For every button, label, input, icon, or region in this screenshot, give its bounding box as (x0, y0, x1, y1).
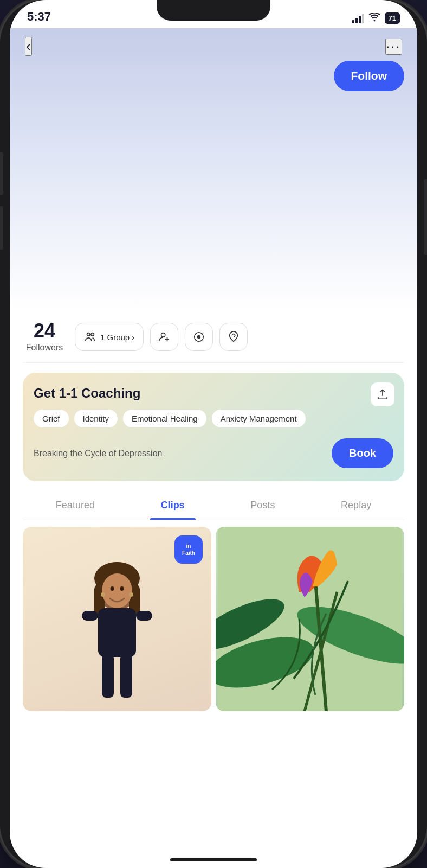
infaith-badge: inFaith (174, 535, 203, 564)
back-button[interactable]: ‹ (25, 37, 32, 56)
message-button[interactable] (185, 323, 213, 351)
tag-grief: Grief (34, 410, 69, 427)
support-icon (228, 331, 240, 343)
status-time: 5:37 (27, 10, 51, 24)
share-icon (377, 388, 389, 400)
tag-anxiety: Anxiety Management (212, 410, 306, 427)
infaith-label: inFaith (182, 542, 195, 557)
battery-icon: 71 (385, 12, 400, 24)
svg-point-2 (161, 333, 165, 337)
nav-row: ‹ ··· (10, 37, 417, 56)
power-button[interactable] (424, 179, 427, 255)
tag-identity: Identity (74, 410, 118, 427)
coaching-share-button[interactable] (371, 382, 394, 406)
coaching-bottom: Breaking the Cycle of Depression Book (34, 438, 393, 468)
followers-stat: 24 Followers (23, 321, 66, 353)
volume-up-button[interactable] (0, 152, 3, 195)
status-icons: 71 (352, 12, 400, 24)
group-icon (84, 331, 96, 343)
svg-point-17 (101, 592, 105, 597)
action-buttons: 1 Group › (75, 323, 404, 351)
signal-bar-4 (362, 14, 364, 23)
flower-art (216, 527, 404, 711)
profile-content: 24 Followers 1 Group › (10, 310, 417, 711)
signal-bar-2 (355, 18, 358, 23)
svg-point-1 (91, 333, 94, 336)
signal-icon (352, 14, 364, 23)
book-button[interactable]: Book (332, 438, 393, 468)
svg-point-6 (197, 335, 200, 339)
group-button[interactable]: 1 Group › (75, 323, 144, 351)
tab-clips[interactable]: Clips (150, 491, 196, 520)
svg-rect-12 (102, 654, 114, 698)
add-friend-icon (158, 331, 170, 343)
tags-row: Grief Identity Emotional Healing Anxiety… (34, 410, 393, 427)
profile-hero: ‹ ··· Follow (10, 28, 417, 310)
tabs-row: Featured Clips Posts Replay (23, 491, 404, 520)
notch (157, 0, 270, 21)
svg-point-18 (129, 592, 133, 597)
phone-screen: 5:37 71 ‹ (10, 0, 417, 868)
scroll-area: 24 Followers 1 Group › (10, 310, 417, 711)
content-grid: inFaith (23, 520, 404, 711)
tab-featured[interactable]: Featured (45, 491, 106, 520)
person-silhouette (57, 554, 177, 711)
wifi-icon (368, 13, 380, 24)
message-icon (193, 331, 205, 343)
signal-bar-1 (352, 20, 354, 23)
svg-point-14 (102, 573, 132, 608)
followers-label: Followers (26, 343, 63, 353)
svg-point-0 (87, 333, 90, 336)
svg-rect-19 (82, 611, 98, 621)
home-indicator[interactable] (170, 858, 257, 861)
tab-replay[interactable]: Replay (330, 491, 382, 520)
support-button[interactable] (219, 323, 248, 351)
clip-item-right[interactable] (216, 527, 404, 711)
coaching-subtitle: Breaking the Cycle of Depression (34, 449, 332, 458)
coaching-title: Get 1-1 Coaching (34, 386, 393, 401)
stats-row: 24 Followers 1 Group › (23, 310, 404, 363)
volume-down-button[interactable] (0, 206, 3, 250)
svg-rect-13 (120, 654, 132, 698)
clip-item-left[interactable]: inFaith (23, 527, 211, 711)
battery-level: 71 (389, 14, 396, 22)
add-friend-button[interactable] (150, 323, 178, 351)
svg-rect-11 (98, 608, 136, 657)
svg-point-16 (120, 586, 124, 591)
svg-point-15 (111, 586, 114, 591)
phone-frame: 5:37 71 ‹ (0, 0, 427, 868)
svg-rect-20 (136, 611, 152, 621)
coaching-card: Get 1-1 Coaching Grief Identity Emotiona… (23, 373, 404, 481)
group-label: 1 Group › (100, 333, 134, 342)
more-button[interactable]: ··· (385, 39, 402, 55)
follow-button[interactable]: Follow (334, 61, 405, 91)
tag-emotional-healing: Emotional Healing (123, 410, 206, 427)
followers-count: 24 (34, 321, 55, 341)
signal-bar-3 (359, 16, 361, 23)
tab-posts[interactable]: Posts (240, 491, 286, 520)
